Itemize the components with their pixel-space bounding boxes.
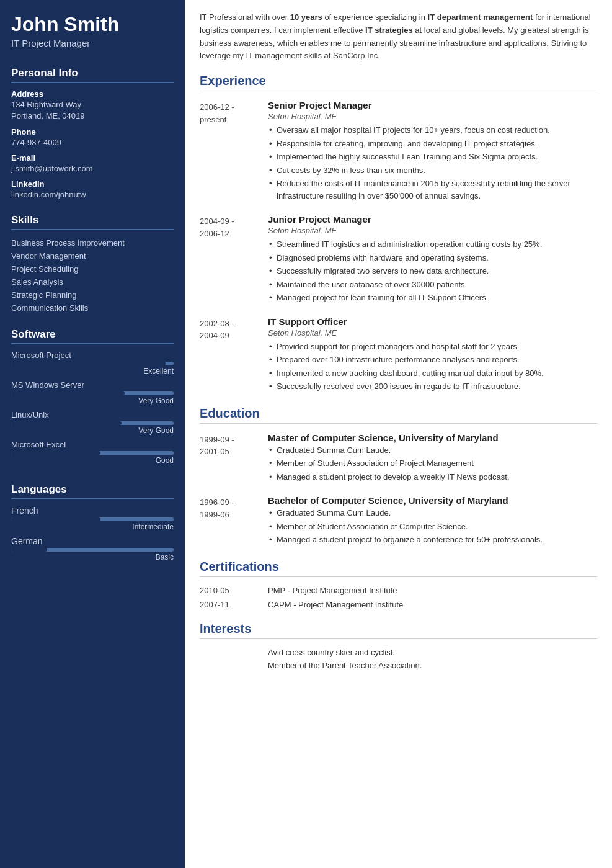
software-bar-fill <box>11 362 166 365</box>
software-bar-track <box>11 421 174 425</box>
education-heading: Education <box>200 406 597 424</box>
entry-subtitle: Seton Hospital, ME <box>268 328 597 338</box>
entry-bullets: Oversaw all major hospital IT projects f… <box>268 124 597 202</box>
entry-bullets: Streamlined IT logistics and administrat… <box>268 238 597 304</box>
language-name: French <box>11 506 174 516</box>
bullet-item: Maintained the user database of over 300… <box>268 279 597 291</box>
language-item: French Intermediate <box>11 506 174 531</box>
entry-title: Bachelor of Computer Science, University… <box>268 495 597 506</box>
interests-heading: Interests <box>200 622 597 639</box>
entry-date: 2002-08 -2004-09 <box>200 316 268 394</box>
bullet-item: Graduated Summa Cum Laude. <box>268 507 597 519</box>
skills-heading: Skills <box>11 214 174 230</box>
language-bar-track <box>11 548 174 552</box>
experience-heading: Experience <box>200 74 597 91</box>
address-field: Address 134 Rightward WayPortland, ME, 0… <box>11 89 174 122</box>
language-bar-fill <box>11 517 100 521</box>
entry-content: Bachelor of Computer Science, University… <box>268 495 597 547</box>
education-section: Education 1999-09 -2001-05 Master of Com… <box>200 406 597 547</box>
education-entries: 1999-09 -2001-05 Master of Computer Scie… <box>200 432 597 547</box>
sidebar-header: John Smith IT Project Manager <box>0 0 185 60</box>
bullet-item: Managed a student project to develop a w… <box>268 471 597 483</box>
entry-content: Senior Project Manager Seton Hospital, M… <box>268 100 597 203</box>
entry-date: 1999-09 -2001-05 <box>200 432 268 485</box>
bullet-item: Implemented a new tracking dashboard, cu… <box>268 367 597 380</box>
software-bar-fill <box>11 451 100 455</box>
software-bar-track <box>11 451 174 455</box>
skill-item: Communication Skills <box>11 302 174 315</box>
software-item: Microsoft Project Excellent <box>11 351 174 375</box>
entry-subtitle: Seton Hospital, ME <box>268 112 597 121</box>
cert-date: 2007-11 <box>200 600 268 609</box>
personal-info-section: Personal Info Address 134 Rightward WayP… <box>0 60 185 207</box>
interest-value: Avid cross country skier and cyclist. <box>268 648 395 657</box>
candidate-name: John Smith <box>11 14 174 35</box>
software-item: Linux/Unix Very Good <box>11 410 174 435</box>
languages-list: French Intermediate German Basic <box>11 506 174 562</box>
entry-content: IT Support Officer Seton Hospital, ME Pr… <box>268 316 597 394</box>
interest-spacer <box>200 648 268 657</box>
interest-value: Member of the Parent Teacher Association… <box>268 661 422 670</box>
certification-entries: 2010-05 PMP - Project Management Institu… <box>200 586 597 609</box>
language-bar-fill <box>11 548 47 552</box>
cert-value: CAPM - Project Management Institute <box>268 600 403 609</box>
entry-bullets: Graduated Summa Cum Laude.Member of Stud… <box>268 444 597 483</box>
software-bar-label: Good <box>11 456 174 465</box>
language-item: German Basic <box>11 536 174 562</box>
language-bar-label: Intermediate <box>11 522 174 531</box>
cert-date: 2010-05 <box>200 586 268 595</box>
software-name: MS Windows Server <box>11 380 174 390</box>
bullet-item: Graduated Summa Cum Laude. <box>268 444 597 457</box>
job-entry: 2002-08 -2004-09 IT Support Officer Seto… <box>200 316 597 394</box>
entry-content: Master of Computer Science, University o… <box>268 432 597 485</box>
main-content: IT Professional with over 10 years of ex… <box>185 0 612 868</box>
bullet-item: Provided support for project managers an… <box>268 341 597 353</box>
skill-item: Business Process Improvement <box>11 236 174 249</box>
phone-label: Phone <box>11 127 174 136</box>
candidate-title: IT Project Manager <box>11 38 174 48</box>
bullet-item: Prepared over 100 infrastructure perform… <box>268 354 597 366</box>
summary-text: IT Professional with over 10 years of ex… <box>200 11 597 63</box>
entry-title: Master of Computer Science, University o… <box>268 432 597 443</box>
certifications-section: Certifications 2010-05 PMP - Project Man… <box>200 560 597 609</box>
linkedin-field: LinkedIn linkedin.com/johnutw <box>11 179 174 200</box>
address-label: Address <box>11 89 174 99</box>
languages-section: Languages French Intermediate German Bas… <box>0 476 185 573</box>
software-bar-track <box>11 362 174 365</box>
experience-entries: 2006-12 -present Senior Project Manager … <box>200 100 597 394</box>
interest-entries: Avid cross country skier and cyclist. Me… <box>200 648 597 670</box>
phone-value: 774-987-4009 <box>11 137 174 148</box>
cert-entry: 2007-11 CAPM - Project Management Instit… <box>200 600 597 609</box>
job-entry: 1999-09 -2001-05 Master of Computer Scie… <box>200 432 597 485</box>
software-name: Microsoft Excel <box>11 440 174 449</box>
bullet-item: Responsible for creating, improving, and… <box>268 138 597 150</box>
interest-entry: Avid cross country skier and cyclist. <box>200 648 597 657</box>
job-entry: 2004-09 -2006-12 Junior Project Manager … <box>200 214 597 305</box>
software-name: Microsoft Project <box>11 351 174 360</box>
bullet-item: Member of Student Association of Compute… <box>268 521 597 533</box>
software-list: Microsoft Project Excellent MS Windows S… <box>11 351 174 465</box>
languages-heading: Languages <box>11 483 174 499</box>
software-section: Software Microsoft Project Excellent MS … <box>0 321 185 476</box>
bullet-item: Oversaw all major hospital IT projects f… <box>268 124 597 136</box>
entry-date: 1996-09 -1999-06 <box>200 495 268 547</box>
language-name: German <box>11 536 174 546</box>
job-entry: 2006-12 -present Senior Project Manager … <box>200 100 597 203</box>
interest-entry: Member of the Parent Teacher Association… <box>200 661 597 670</box>
entry-bullets: Provided support for project managers an… <box>268 341 597 393</box>
software-item: Microsoft Excel Good <box>11 440 174 465</box>
bullet-item: Implemented the highly successful Lean T… <box>268 151 597 163</box>
software-bar-fill <box>11 391 125 395</box>
linkedin-label: LinkedIn <box>11 179 174 189</box>
entry-title: Senior Project Manager <box>268 100 597 110</box>
address-value: 134 Rightward WayPortland, ME, 04019 <box>11 99 174 122</box>
bullet-item: Cut costs by 32% in less than six months… <box>268 164 597 177</box>
skill-item: Strategic Planning <box>11 289 174 302</box>
entry-date: 2004-09 -2006-12 <box>200 214 268 305</box>
skill-item: Vendor Management <box>11 249 174 262</box>
skills-section: Skills Business Process ImprovementVendo… <box>0 207 185 321</box>
entry-date: 2006-12 -present <box>200 100 268 203</box>
bullet-item: Member of Student Association of Project… <box>268 457 597 470</box>
linkedin-value: linkedin.com/johnutw <box>11 189 174 200</box>
bullet-item: Managed a student project to organize a … <box>268 534 597 546</box>
